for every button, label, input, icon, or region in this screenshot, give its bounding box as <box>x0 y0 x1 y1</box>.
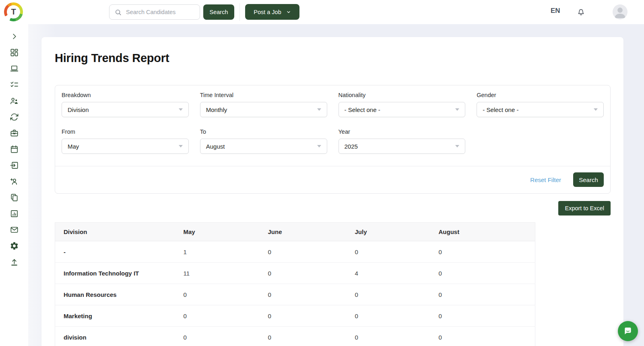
notifications-bell-icon[interactable] <box>576 7 586 17</box>
content-card: Hiring Trends Report Breakdown Division … <box>41 37 623 346</box>
breakdown-select[interactable]: Division <box>62 102 189 117</box>
post-a-job-label: Post a Job <box>254 9 281 15</box>
app-logo[interactable]: T <box>4 2 23 21</box>
value-cell: 0 <box>260 305 347 327</box>
gender-field: Gender - Select one - <box>477 92 604 117</box>
sidebar-item-settings[interactable] <box>6 238 22 254</box>
year-select[interactable]: 2025 <box>339 139 466 154</box>
chevron-down-icon <box>286 10 291 15</box>
column-header: May <box>175 223 260 241</box>
column-header: July <box>347 223 430 241</box>
user-avatar[interactable] <box>613 4 627 19</box>
value-cell: 0 <box>260 263 347 284</box>
sidebar-item-user-plus[interactable] <box>6 173 22 189</box>
value-cell: 0 <box>347 305 430 327</box>
value-cell: 0 <box>260 284 347 305</box>
value-cell: 0 <box>430 241 535 263</box>
sidebar-item-calendar[interactable] <box>6 141 22 157</box>
value-cell: 0 <box>175 284 260 305</box>
caret-down-icon <box>317 108 321 111</box>
value-cell: 0 <box>347 241 430 263</box>
value-cell: 11 <box>175 263 260 284</box>
sidebar-item-copy[interactable] <box>6 189 22 205</box>
sidebar-item-login[interactable] <box>6 157 22 173</box>
sidebar-item-sync[interactable] <box>6 109 22 125</box>
caret-down-icon <box>594 108 598 111</box>
sidebar-item-dashboard[interactable] <box>6 44 22 60</box>
time-interval-select[interactable]: Monthly <box>200 102 327 117</box>
main-area: Hiring Trends Report Breakdown Division … <box>28 24 644 346</box>
user-plus-icon <box>10 177 19 186</box>
table-row: Marketing0000 <box>55 305 535 327</box>
nationality-select[interactable]: - Select one - <box>339 102 466 117</box>
sidebar-item-mail[interactable] <box>6 222 22 238</box>
users-icon <box>10 96 19 106</box>
sidebar-item-checklist[interactable] <box>6 77 22 93</box>
value-cell: 0 <box>347 284 430 305</box>
year-value: 2025 <box>345 143 358 150</box>
column-header: June <box>260 223 347 241</box>
table-row: -1000 <box>55 241 535 263</box>
value-cell: 0 <box>175 305 260 327</box>
calendar-icon <box>10 145 19 154</box>
search-input[interactable] <box>122 5 200 19</box>
chat-widget-button[interactable] <box>618 321 638 341</box>
mail-icon <box>10 225 19 234</box>
value-cell: 0 <box>430 327 535 346</box>
to-select[interactable]: August <box>200 139 327 154</box>
sidebar-item-briefcase[interactable] <box>6 125 22 141</box>
export-to-excel-button[interactable]: Export to Excel <box>558 201 611 215</box>
chevron-right-icon <box>10 32 19 41</box>
language-selector[interactable]: EN <box>551 7 560 15</box>
bar-chart-icon <box>10 209 19 218</box>
candidate-search-box <box>109 4 200 20</box>
nationality-field: Nationality - Select one - <box>339 92 466 117</box>
sidebar-item-laptop[interactable] <box>6 60 22 77</box>
caret-down-icon <box>455 145 459 147</box>
breakdown-field: Breakdown Division <box>62 92 189 117</box>
caret-down-icon <box>179 145 183 147</box>
table-row: Information Technology IT11040 <box>55 263 535 284</box>
briefcase-icon <box>10 128 19 138</box>
sidebar-item-upload[interactable] <box>6 254 22 270</box>
division-cell: Marketing <box>55 305 175 327</box>
page-title: Hiring Trends Report <box>55 52 611 65</box>
post-a-job-button[interactable]: Post a Job <box>245 4 299 20</box>
column-header: Division <box>55 223 175 241</box>
time-interval-value: Monthly <box>206 106 227 113</box>
value-cell: 0 <box>175 327 260 346</box>
to-field: To August <box>200 128 327 154</box>
login-icon <box>10 161 19 170</box>
chat-bubble-icon <box>623 326 633 336</box>
sidebar-item-bar-chart[interactable] <box>6 205 22 222</box>
filter-search-button[interactable]: Search <box>573 172 604 187</box>
breakdown-label: Breakdown <box>62 92 189 98</box>
icon-sidebar <box>0 24 28 346</box>
person-icon <box>613 4 627 19</box>
search-icon <box>114 8 122 16</box>
time-interval-field: Time Interval Monthly <box>200 92 327 117</box>
value-cell: 0 <box>260 327 347 346</box>
sync-icon <box>10 112 19 122</box>
settings-icon <box>10 241 19 251</box>
sidebar-item-users[interactable] <box>6 93 22 109</box>
copy-icon <box>10 193 19 202</box>
gender-label: Gender <box>477 92 604 98</box>
value-cell: 1 <box>175 241 260 263</box>
value-cell: 0 <box>430 263 535 284</box>
value-cell: 0 <box>260 241 347 263</box>
caret-down-icon <box>317 145 321 147</box>
nationality-value: - Select one - <box>345 106 380 113</box>
from-value: May <box>68 143 79 150</box>
from-select[interactable]: May <box>62 139 189 154</box>
caret-down-icon <box>455 108 459 111</box>
from-label: From <box>62 128 189 135</box>
sidebar-item-chevron-right[interactable] <box>6 28 22 44</box>
column-header: August <box>430 223 535 241</box>
search-button[interactable]: Search <box>203 4 234 20</box>
gender-select[interactable]: - Select one - <box>477 102 604 117</box>
upload-icon <box>10 257 19 267</box>
top-header: T Search Post a Job EN <box>0 0 644 24</box>
laptop-icon <box>10 64 19 73</box>
reset-filter-link[interactable]: Reset Filter <box>530 176 561 183</box>
